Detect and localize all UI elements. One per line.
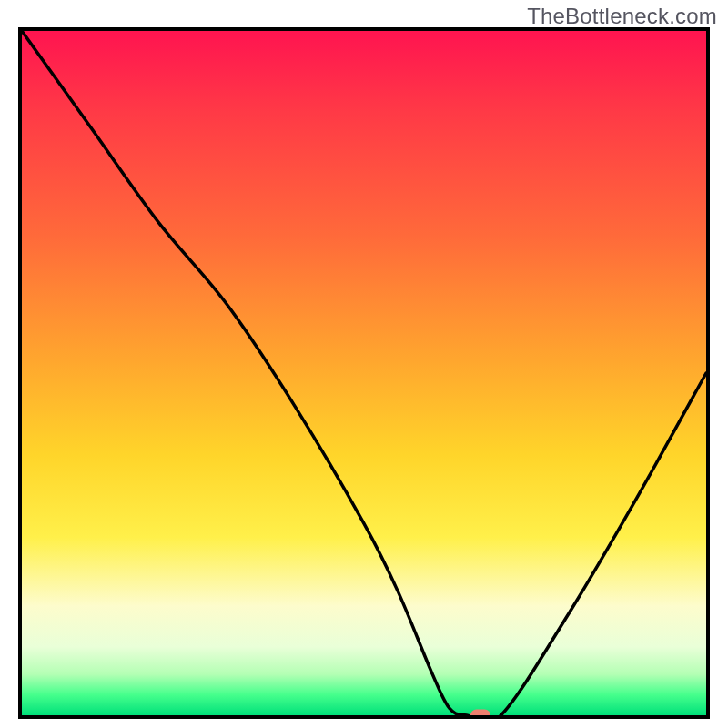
chart-container: TheBottleneck.com [0, 0, 728, 728]
bottleneck-curve [22, 31, 706, 715]
optimal-marker [470, 710, 490, 720]
curve-svg [22, 31, 706, 715]
watermark-text: TheBottleneck.com [527, 4, 717, 29]
plot-frame [18, 27, 710, 719]
